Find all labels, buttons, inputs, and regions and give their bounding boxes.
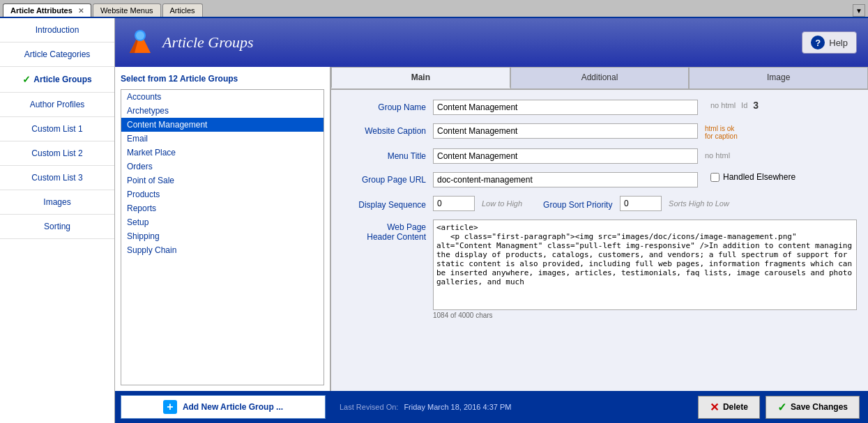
tab-bar: Article Attributes ✕ Website Menus Artic…: [0, 0, 868, 18]
form-content: Group Name no html Id 3 Website Caption …: [331, 90, 868, 391]
sidebar-item-custom-list-2[interactable]: Custom List 2: [0, 141, 114, 166]
help-circle-icon: ?: [811, 36, 825, 49]
delete-button[interactable]: ✕ Delete: [698, 396, 760, 419]
tab-image[interactable]: Image: [689, 67, 868, 89]
display-sequence-input[interactable]: [433, 196, 475, 211]
add-new-article-group-button[interactable]: + Add New Article Group ...: [121, 395, 326, 419]
list-item[interactable]: Archetypes: [121, 104, 323, 118]
tab-main[interactable]: Main: [331, 67, 510, 89]
bottom-bar: + Add New Article Group ... Last Revised…: [115, 391, 868, 423]
menu-title-row: Menu Title no html: [342, 148, 857, 164]
tab-website-menus[interactable]: Website Menus: [93, 3, 161, 17]
tab-article-attributes[interactable]: Article Attributes ✕: [3, 3, 91, 17]
tab-additional[interactable]: Additional: [510, 67, 690, 89]
sidebar-item-author-profiles[interactable]: Author Profiles: [0, 93, 114, 117]
list-item[interactable]: Point of Sale: [121, 174, 323, 187]
action-buttons: ✕ Delete ✓ Save Changes: [698, 396, 860, 419]
menu-title-input[interactable]: [433, 148, 698, 164]
list-item[interactable]: Orders: [121, 160, 323, 174]
bottom-right: Last Revised On: Friday March 18, 2016 4…: [331, 396, 868, 419]
sidebar-item-custom-list-3[interactable]: Custom List 3: [0, 166, 114, 190]
list-item[interactable]: Supply Chain: [121, 243, 323, 257]
form-panel: Main Additional Image Group Name: [331, 67, 868, 391]
group-name-label: Group Name: [342, 100, 426, 112]
help-button[interactable]: ? Help: [802, 31, 857, 54]
handled-elsewhere-label: Handled Elsewhere: [723, 172, 795, 182]
last-revised: Last Revised On: Friday March 18, 2016 4…: [340, 403, 511, 411]
website-caption-row: Website Caption html is okfor caption: [342, 123, 857, 140]
active-checkmark-icon: ✓: [22, 74, 31, 85]
display-sequence-label: Display Sequence: [342, 197, 426, 210]
web-page-header-row: Web PageHeader Content 1084 of 4000 char…: [342, 220, 857, 319]
save-changes-button[interactable]: ✓ Save Changes: [766, 396, 860, 419]
logo-title: Article Groups: [126, 29, 254, 56]
tab-articles[interactable]: Articles: [162, 3, 203, 17]
sidebar-item-article-categories[interactable]: Article Categories: [0, 43, 114, 67]
char-count: 1084 of 4000 chars: [433, 312, 857, 319]
sidebar-item-custom-list-1[interactable]: Custom List 1: [0, 117, 114, 141]
website-caption-label: Website Caption: [342, 123, 426, 136]
menu-title-label: Menu Title: [342, 148, 426, 161]
sidebar-item-introduction[interactable]: Introduction: [0, 18, 114, 43]
svg-point-3: [136, 31, 144, 40]
list-header: Select from 12 Article Groups: [121, 72, 324, 85]
save-check-icon: ✓: [777, 401, 786, 414]
caption-hint: html is okfor caption: [705, 123, 738, 140]
display-sequence-row: Display Sequence Low to High Group Sort …: [342, 196, 857, 211]
id-section: no html Id 3: [710, 100, 759, 111]
website-caption-input[interactable]: [433, 123, 698, 139]
list-item[interactable]: Market Place: [121, 146, 323, 160]
handled-elsewhere-checkbox[interactable]: [710, 173, 719, 182]
list-item[interactable]: Setup: [121, 215, 323, 229]
logo-icon: [126, 29, 154, 56]
page-title: Article Groups: [162, 33, 254, 52]
list-item-selected[interactable]: Content Management: [121, 118, 323, 132]
sidebar-item-sorting[interactable]: Sorting: [0, 215, 114, 239]
list-item[interactable]: Products: [121, 187, 323, 201]
group-name-row: Group Name no html Id 3: [342, 100, 857, 115]
id-value: 3: [753, 100, 759, 111]
list-panel: Select from 12 Article Groups Accounts A…: [115, 67, 331, 391]
content-area: Article Groups ? Help Select from 12 Art…: [115, 18, 868, 423]
article-list[interactable]: Accounts Archetypes Content Management E…: [121, 89, 324, 385]
sidebar-item-images[interactable]: Images: [0, 190, 114, 215]
list-item[interactable]: Reports: [121, 201, 323, 215]
form-tabs: Main Additional Image: [331, 67, 868, 90]
web-page-header-textarea[interactable]: [433, 220, 857, 310]
main-container: Introduction Article Categories ✓ Articl…: [0, 18, 868, 423]
delete-icon: ✕: [710, 401, 719, 414]
last-revised-label: Last Revised On:: [340, 403, 398, 411]
body-split: Select from 12 Article Groups Accounts A…: [115, 67, 868, 391]
handled-elsewhere-row: Handled Elsewhere: [710, 172, 795, 182]
web-page-header-label: Web PageHeader Content: [342, 220, 426, 242]
group-sort-priority-input[interactable]: [620, 196, 662, 211]
last-revised-value: Friday March 18, 2016 4:37 PM: [404, 403, 511, 411]
group-page-url-label: Group Page URL: [342, 172, 426, 185]
id-label: Id: [741, 101, 747, 109]
add-icon: +: [163, 400, 177, 414]
content-header: Article Groups ? Help: [115, 18, 868, 67]
group-page-url-row: Group Page URL Handled Elsewhere: [342, 172, 857, 187]
tab-scroll-arrow[interactable]: ▼: [853, 4, 865, 17]
group-name-input[interactable]: [433, 100, 698, 115]
menu-title-hint: no html: [705, 148, 730, 160]
group-page-url-input[interactable]: [433, 172, 698, 187]
group-sort-priority-label: Group Sort Priority: [529, 197, 613, 210]
list-item[interactable]: Email: [121, 132, 323, 146]
low-to-high-hint: Low to High: [482, 199, 522, 208]
tab-close-icon[interactable]: ✕: [78, 7, 84, 15]
bottom-left: + Add New Article Group ...: [115, 395, 331, 419]
list-item[interactable]: Accounts: [121, 90, 323, 104]
no-html-hint: no html: [710, 101, 736, 109]
sidebar: Introduction Article Categories ✓ Articl…: [0, 18, 115, 423]
list-item[interactable]: Shipping: [121, 229, 323, 243]
sorts-high-to-low-hint: Sorts High to Low: [669, 199, 729, 208]
textarea-container: 1084 of 4000 chars: [433, 220, 857, 319]
sidebar-item-article-groups[interactable]: ✓ Article Groups: [0, 67, 114, 93]
